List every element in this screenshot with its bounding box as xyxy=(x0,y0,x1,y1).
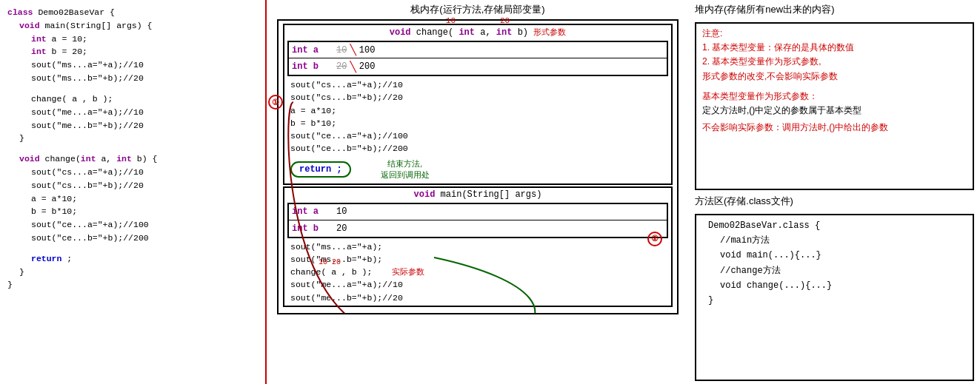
code-line: sout("ce...a="+a);//100 xyxy=(7,218,258,232)
change-var-table: int a 10 ╲ 100 int b 20 ╲ 200 xyxy=(287,41,668,76)
main-var-b-val: 20 xyxy=(336,223,347,234)
var-row-b: int b 20 ╲ 200 xyxy=(289,58,667,75)
change-frame: 10 20 void change( int a, int b) 形式参数 in… xyxy=(283,24,673,185)
note-title: 注意: xyxy=(702,27,967,41)
frame-change-name: change( xyxy=(416,27,453,38)
change-call: change( a , b ); xyxy=(290,267,372,277)
num1: 10 xyxy=(446,16,456,25)
code-line: sout("ce...a="+a);//100 xyxy=(290,129,665,142)
frame-int1: int xyxy=(459,27,475,38)
change-call-row: 10 20 change( a , b ); 实际参数 xyxy=(290,266,665,278)
code-line: sout("ms...a="+a);//10 xyxy=(7,58,258,72)
code-line: sout("cs...b="+b);//20 xyxy=(7,179,258,192)
method-main-comment: //main方法 xyxy=(708,233,967,248)
method-code: Demo02BaseVar.class { //main方法 void main… xyxy=(702,218,967,309)
code-line: sout("ms...b="+b);//20 xyxy=(7,72,258,85)
var-a-old: 10 xyxy=(336,45,347,55)
change-code: sout("cs...a="+a);//10 sout("cs...b="+b)… xyxy=(284,78,671,157)
method-change-comment: //change方法 xyxy=(708,263,967,278)
strike-arrow-b: ╲ xyxy=(350,61,356,73)
code-line: sout("me...b="+b);//20 xyxy=(290,292,665,304)
return-oval: return ; xyxy=(290,161,351,178)
circle-1: ① xyxy=(268,95,283,110)
code-line: class Demo02BaseVar { xyxy=(7,6,258,19)
main-var-row-b: int b 20 xyxy=(289,220,667,237)
code-line: sout("ms...b="+b); xyxy=(290,253,665,266)
var-row-a: int a 10 ╲ 100 xyxy=(289,42,667,58)
main-var-row-a: int a 10 xyxy=(289,204,667,220)
note1: 1. 基本类型变量：保存的是具体的数值 xyxy=(702,41,967,55)
main-var-table: int a 10 int b 20 xyxy=(287,203,668,238)
code-line: sout("cs...b="+b);//20 xyxy=(290,91,665,104)
code-line: return ; xyxy=(7,252,258,266)
main-frame: void main(String[] args) int a 10 int b … xyxy=(283,186,673,307)
form-param-label: 形式参数 xyxy=(533,27,566,36)
strike-arrow: ╲ xyxy=(350,44,356,56)
code-line: } xyxy=(7,132,258,145)
main-frame-title: void main(String[] args) xyxy=(284,188,671,201)
method-close: } xyxy=(708,293,967,308)
note6: 不会影响实际参数：调用方法时,()中给出的参数 xyxy=(702,121,967,135)
heap-notes: 注意: 1. 基本类型变量：保存的是具体的数值 2. 基本类型变量作为形式参数,… xyxy=(702,27,967,135)
circle-2: ② xyxy=(647,232,662,246)
heap-section-title: 堆内存(存储所有new出来的内容) xyxy=(695,3,974,16)
code-line: a = a*10; xyxy=(290,104,665,117)
code-line: b = b*10; xyxy=(7,205,258,218)
code-line: sout("me...a="+a);//10 xyxy=(290,278,665,291)
method-section: Demo02BaseVar.class { //main方法 void main… xyxy=(695,214,974,382)
frame-void: void xyxy=(390,27,411,38)
code-line: sout("me...b="+b);//20 xyxy=(7,119,258,132)
var-a-new: 100 xyxy=(359,45,376,55)
method-change-sig: void change(...){...} xyxy=(708,278,967,293)
frame-b: b) xyxy=(518,27,534,38)
end-method-label: 结束方法, 返回到调用处 xyxy=(381,158,430,181)
code-line: } xyxy=(7,278,258,292)
code-line: sout("ce...b="+b);//200 xyxy=(290,142,665,155)
code-line: void change(int a, int b) { xyxy=(7,152,258,166)
code-line: sout("cs...a="+a);//10 xyxy=(7,166,258,179)
code-line: void main(String[] args) { xyxy=(7,19,258,33)
note2: 2. 基本类型变量作为形式参数, xyxy=(702,55,967,69)
note3: 形式参数的改变,不会影响实际参数 xyxy=(702,70,967,84)
code-line: b = b*10; xyxy=(290,117,665,129)
num2: 20 xyxy=(500,16,510,25)
code-line: sout("me...a="+a);//10 xyxy=(7,106,258,119)
var-b-new: 200 xyxy=(359,61,376,72)
frame-int2: int xyxy=(496,27,513,38)
method-class-line: Demo02BaseVar.class { xyxy=(708,218,967,233)
right-panel: 堆内存(存储所有new出来的内容) 注意: 1. 基本类型变量：保存的是具体的数… xyxy=(689,0,980,384)
method-main-sig: void main(...){...} xyxy=(708,248,967,263)
main-var-a-val: 10 xyxy=(336,206,347,217)
code-line: change( a , b ); xyxy=(7,92,258,106)
code-line: a = a*10; xyxy=(7,192,258,206)
return-row: return ; 结束方法, 返回到调用处 xyxy=(284,157,671,183)
heap-section: 注意: 1. 基本类型变量：保存的是具体的数值 2. 基本类型变量作为形式参数,… xyxy=(695,22,974,190)
code-line: sout("cs...a="+a);//10 xyxy=(290,78,665,91)
actual-param-label: 实际参数 xyxy=(392,267,424,276)
code-line: sout("ce...b="+b);//200 xyxy=(7,232,258,245)
left-code-panel: class Demo02BaseVar { void main(String[]… xyxy=(0,0,267,384)
code-line: sout("ms...a="+a); xyxy=(290,240,665,253)
stack-title: 栈内存(运行方法,存储局部变量) xyxy=(271,3,684,16)
main-code: sout("ms...a="+a); sout("ms...b="+b); 10… xyxy=(284,240,671,306)
frame-a: a, xyxy=(480,27,496,38)
note4: 基本类型变量作为形式参数： xyxy=(702,90,967,104)
var-b-old: 20 xyxy=(336,61,347,72)
code-line: } xyxy=(7,266,258,279)
code-line: int b = 20; xyxy=(7,45,258,58)
method-section-title: 方法区(存储.class文件) xyxy=(695,195,974,208)
middle-stack-panel: 栈内存(运行方法,存储局部变量) 10 20 void change( int … xyxy=(267,0,689,384)
note5: 定义方法时,()中定义的参数属于基本类型 xyxy=(702,104,967,118)
code-line: int a = 10; xyxy=(7,33,258,46)
